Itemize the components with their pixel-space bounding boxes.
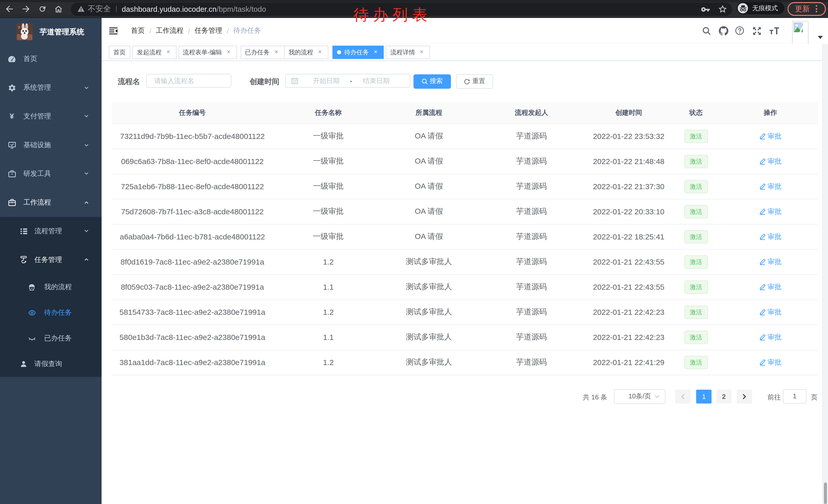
svg-text:¥: ¥ — [9, 112, 14, 120]
